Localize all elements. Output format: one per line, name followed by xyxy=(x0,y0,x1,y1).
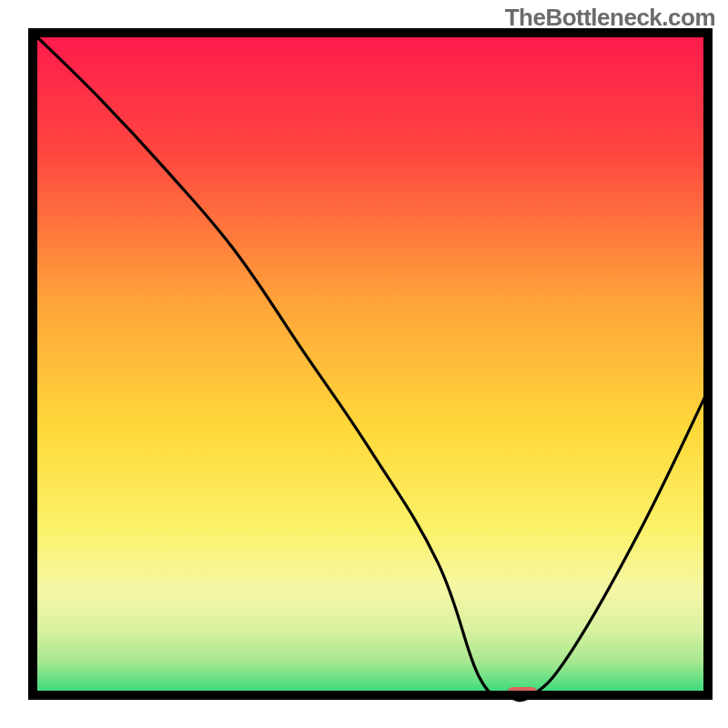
bottleneck-chart xyxy=(0,0,728,728)
plot-background xyxy=(33,33,708,695)
chart-container: TheBottleneck.com xyxy=(0,0,728,728)
